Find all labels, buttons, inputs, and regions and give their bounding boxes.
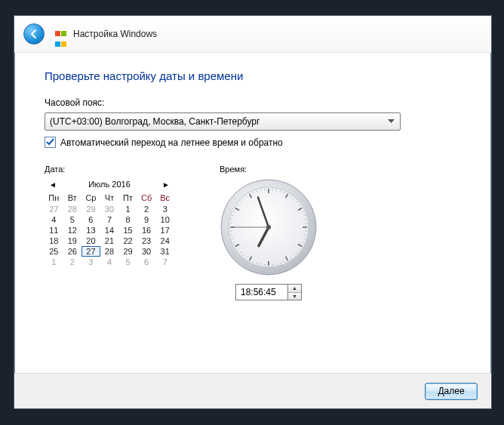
calendar-day[interactable]: 5 [63, 214, 82, 225]
footer: Далее [14, 373, 491, 408]
time-label: Время: [220, 165, 247, 174]
time-spinner[interactable]: ▲ ▼ [287, 284, 302, 300]
timezone-value: (UTC+03:00) Волгоград, Москва, Санкт-Пет… [50, 116, 260, 127]
calendar-day[interactable]: 17 [155, 225, 174, 236]
calendar-next-month[interactable]: ► [161, 180, 171, 189]
time-input[interactable]: 18:56:45 [235, 284, 287, 300]
calendar-day[interactable]: 29 [81, 204, 100, 214]
calendar-dow: Сб [137, 192, 156, 204]
calendar-day[interactable]: 30 [100, 204, 119, 214]
calendar-day[interactable]: 25 [45, 246, 63, 257]
calendar-title: Июль 2016 [88, 180, 131, 189]
dst-checkbox[interactable] [45, 137, 56, 148]
windows-logo-icon [55, 28, 67, 40]
calendar-dow: Чт [100, 192, 119, 204]
calendar-day[interactable]: 22 [118, 236, 137, 246]
time-column: Время: [220, 165, 318, 300]
calendar-day[interactable]: 19 [63, 236, 82, 246]
calendar-day[interactable]: 8 [118, 214, 137, 225]
timezone-label: Часовой пояс: [45, 97, 461, 108]
calendar-day[interactable]: 24 [155, 236, 174, 246]
calendar-day[interactable]: 5 [118, 257, 137, 267]
calendar-day[interactable]: 4 [100, 257, 119, 267]
calendar-day[interactable]: 2 [137, 204, 156, 214]
header: Настройка Windows [14, 16, 491, 53]
calendar-day[interactable]: 30 [137, 246, 156, 257]
svg-point-65 [266, 225, 271, 229]
calendar-day[interactable]: 31 [155, 246, 174, 257]
header-title: Настройка Windows [73, 29, 157, 39]
calendar-day[interactable]: 1 [118, 204, 137, 214]
calendar-day[interactable]: 26 [63, 246, 82, 257]
calendar-day[interactable]: 7 [155, 257, 174, 267]
setup-window: Настройка Windows Проверьте настройку да… [14, 15, 492, 409]
date-column: Дата: ◄ Июль 2016 ► ПнВтСрЧтПтСбВс272829… [45, 165, 174, 300]
calendar-day[interactable]: 29 [118, 246, 137, 257]
calendar[interactable]: ◄ Июль 2016 ► ПнВтСрЧтПтСбВс272829301234… [45, 177, 174, 267]
calendar-day[interactable]: 3 [81, 257, 100, 267]
calendar-day[interactable]: 27 [81, 246, 100, 257]
calendar-day[interactable]: 4 [45, 214, 63, 225]
calendar-day[interactable]: 18 [45, 236, 63, 246]
time-spin-up[interactable]: ▲ [288, 285, 301, 293]
date-label: Дата: [45, 165, 174, 174]
calendar-day[interactable]: 2 [63, 257, 82, 267]
calendar-day[interactable]: 21 [100, 236, 119, 246]
calendar-day[interactable]: 12 [63, 225, 82, 236]
calendar-day[interactable]: 11 [45, 225, 63, 236]
calendar-dow: Вс [155, 192, 174, 204]
calendar-dow: Пт [118, 192, 137, 204]
calendar-day[interactable]: 1 [45, 257, 63, 267]
calendar-day[interactable]: 23 [137, 236, 156, 246]
calendar-day[interactable]: 15 [118, 225, 137, 236]
calendar-day[interactable]: 27 [45, 204, 63, 214]
calendar-dow: Вт [63, 192, 82, 204]
timezone-select[interactable]: (UTC+03:00) Волгоград, Москва, Санкт-Пет… [45, 112, 401, 131]
analog-clock [220, 178, 318, 276]
calendar-dow: Ср [81, 192, 100, 204]
calendar-day[interactable]: 28 [63, 204, 82, 214]
back-button[interactable] [23, 23, 45, 45]
calendar-day[interactable]: 13 [81, 225, 100, 236]
calendar-day[interactable]: 20 [81, 236, 100, 246]
calendar-day[interactable]: 16 [137, 225, 156, 236]
calendar-prev-month[interactable]: ◄ [48, 180, 58, 189]
time-editor[interactable]: 18:56:45 ▲ ▼ [235, 284, 302, 300]
next-button[interactable]: Далее [425, 383, 478, 400]
calendar-day[interactable]: 3 [155, 204, 174, 214]
calendar-day[interactable]: 28 [100, 246, 119, 257]
calendar-day[interactable]: 6 [81, 214, 100, 225]
calendar-day[interactable]: 14 [100, 225, 119, 236]
chevron-down-icon [385, 115, 397, 128]
calendar-dow: Пн [45, 192, 63, 204]
time-spin-down[interactable]: ▼ [288, 293, 301, 300]
calendar-day[interactable]: 9 [137, 214, 156, 225]
page-heading: Проверьте настройку даты и времени [45, 69, 461, 82]
content: Проверьте настройку даты и времени Часов… [14, 53, 491, 300]
calendar-day[interactable]: 6 [137, 257, 156, 267]
dst-label: Автоматический переход на летнее время и… [60, 137, 283, 148]
calendar-day[interactable]: 7 [100, 214, 119, 225]
dst-checkbox-row[interactable]: Автоматический переход на летнее время и… [45, 137, 461, 148]
calendar-day[interactable]: 10 [155, 214, 174, 225]
